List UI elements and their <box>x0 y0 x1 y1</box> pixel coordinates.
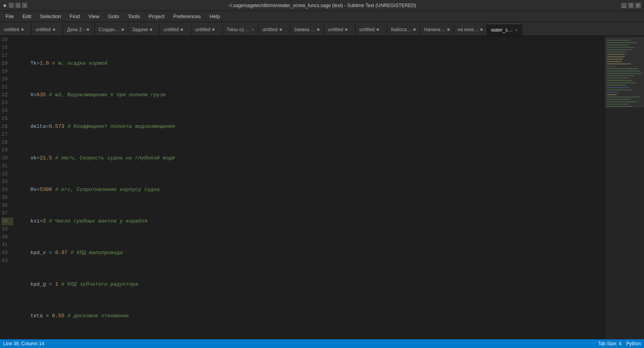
tab-untitled-7[interactable]: untitled <box>355 24 387 36</box>
line-num-38: 38 <box>2 217 13 225</box>
menu-find[interactable]: Find <box>66 13 84 20</box>
tab-label: Создан… <box>99 27 119 32</box>
tab-untitled-6[interactable]: untitled <box>324 24 355 36</box>
status-bar: Line 38, Column 14 Tab Size: 4 Python <box>0 339 644 348</box>
tab-untitled-3[interactable]: untitled <box>160 24 191 36</box>
line-num-41: 41 <box>2 241 13 249</box>
main-area: 15 16 17 18 19 20 21 22 23 24 25 26 27 2… <box>0 36 644 339</box>
language-label[interactable]: Python <box>626 341 641 346</box>
tab-sozdan[interactable]: Создан… <box>95 24 128 36</box>
menu-help[interactable]: Help <box>205 13 224 20</box>
menu-selection[interactable]: Selection <box>36 13 65 20</box>
tab-modified-dot <box>413 28 416 31</box>
line-num-28: 28 <box>2 138 13 146</box>
menu-file[interactable]: File <box>2 13 18 20</box>
line-num-31: 31 <box>2 162 13 170</box>
tab-label: Задачи <box>132 27 148 32</box>
maximize-button[interactable]: □ <box>15 3 21 8</box>
code-line-15: Tk=1.9 # м, осадка кормой <box>18 60 603 67</box>
menu-view[interactable]: View <box>84 13 103 20</box>
line-num-17: 17 <box>2 52 13 60</box>
tab-nakonk[interactable]: на конк… <box>454 24 487 36</box>
app-icon: ◆ <box>3 2 6 9</box>
code-content[interactable]: Tk=1.9 # м, осадка кормой V=635 # м3, Во… <box>17 36 605 339</box>
tab-bar: untitled untitled День 2 - Создан… Задач… <box>0 22 644 36</box>
menu-tools[interactable]: Tools <box>124 13 144 20</box>
line-num-16: 16 <box>2 44 13 52</box>
minimize-button[interactable]: − <box>9 3 14 8</box>
tab-modified-dot <box>447 28 450 31</box>
tab-zayavka[interactable]: Заявка … <box>290 24 324 36</box>
line-num-29: 29 <box>2 146 13 154</box>
line-num-22: 22 <box>2 91 13 99</box>
win-minimize-btn[interactable]: _ <box>621 3 627 8</box>
line-num-37: 37 <box>2 210 13 217</box>
tab-size-label[interactable]: Tab Size: 4 <box>598 341 621 346</box>
line-num-20: 20 <box>2 75 13 83</box>
code-line-17: delta=0.573 # Коэффициент полноты водоиз… <box>18 123 603 131</box>
line-num-25: 25 <box>2 115 13 123</box>
win-close-btn[interactable]: × <box>635 3 641 8</box>
tab-modified-dot <box>345 28 347 31</box>
title-bar: ◆ − □ × ~/.sage/sagetechlib/mix/water_sc… <box>0 0 644 11</box>
tab-modified-dot <box>212 28 215 31</box>
tab-modified-dot <box>150 28 152 31</box>
line-num-30: 30 <box>2 154 13 162</box>
tab-nachina[interactable]: Начина… <box>420 24 454 36</box>
menu-project[interactable]: Project <box>145 13 168 20</box>
code-line-19: Rv=5300 # кгс, Сопротивление корпусу суд… <box>18 186 603 194</box>
line-num-26: 26 <box>2 123 13 131</box>
menu-bar: File Edit Selection Find View Goto Tools… <box>0 11 644 22</box>
line-num-19: 19 <box>2 67 13 75</box>
tab-untitled-5[interactable]: untitled <box>258 24 290 36</box>
tab-label: untitled <box>328 27 343 32</box>
tab-label: Типы су… <box>227 27 249 32</box>
menu-goto[interactable]: Goto <box>104 13 123 20</box>
line-num-43: 43 <box>2 257 13 265</box>
tab-zadachi[interactable]: Задачи <box>128 24 160 36</box>
code-line-21: kpd_v = 0.97 # КПД валопровода <box>18 249 603 257</box>
win-maximize-btn[interactable]: □ <box>628 3 634 8</box>
tab-modified-dot <box>480 28 483 31</box>
line-num-42: 42 <box>2 249 13 257</box>
menu-edit[interactable]: Edit <box>19 13 35 20</box>
tab-label: Начина… <box>424 27 445 32</box>
tab-den2[interactable]: День 2 - <box>63 24 95 36</box>
tab-label: untitled <box>4 27 19 32</box>
window-title: ~/.sage/sagetechlib/mix/water_screw_func… <box>35 3 609 8</box>
tab-modified-dot <box>21 28 24 31</box>
window-controls[interactable]: − □ × <box>9 3 27 8</box>
tab-modified-dot <box>121 28 124 31</box>
tab-untitled-1[interactable]: untitled <box>0 24 32 36</box>
line-numbers: 15 16 17 18 19 20 21 22 23 24 25 26 27 2… <box>0 36 17 339</box>
tab-close-icon[interactable]: × <box>252 27 254 32</box>
tab-close-icon[interactable]: × <box>515 28 517 32</box>
tab-label: на конк… <box>458 27 479 32</box>
tab-tipy[interactable]: Типы су… × <box>223 24 258 36</box>
tab-modified-dot <box>280 28 282 31</box>
close-button[interactable]: × <box>22 3 27 8</box>
line-num-24: 24 <box>2 107 13 115</box>
tab-water-screw[interactable]: water_s… × <box>487 24 522 36</box>
minimap <box>605 36 644 339</box>
editor[interactable]: 15 16 17 18 19 20 21 22 23 24 25 26 27 2… <box>0 36 605 339</box>
tab-untitled-2[interactable]: untitled <box>32 24 63 36</box>
status-right: Tab Size: 4 Python <box>598 341 641 346</box>
line-num-40: 40 <box>2 233 13 241</box>
line-num-33: 33 <box>2 178 13 186</box>
tab-modified-dot <box>87 28 89 31</box>
line-num-36: 36 <box>2 202 13 210</box>
tab-modified-dot <box>53 28 55 31</box>
line-num-34: 34 <box>2 186 13 194</box>
line-num-39: 39 <box>2 225 13 233</box>
tab-modified-dot <box>317 28 319 31</box>
tab-untitled-4[interactable]: untitled <box>191 24 223 36</box>
svg-rect-30 <box>605 38 644 107</box>
tab-label: untitled <box>35 27 51 32</box>
line-num-23: 23 <box>2 99 13 107</box>
line-num-35: 35 <box>2 194 13 202</box>
tab-label: untitled <box>195 27 211 32</box>
tab-label: День 2 - <box>67 27 85 32</box>
menu-preferences[interactable]: Preferences <box>169 13 205 20</box>
tab-kiyosa[interactable]: Кийоса… <box>387 24 420 36</box>
